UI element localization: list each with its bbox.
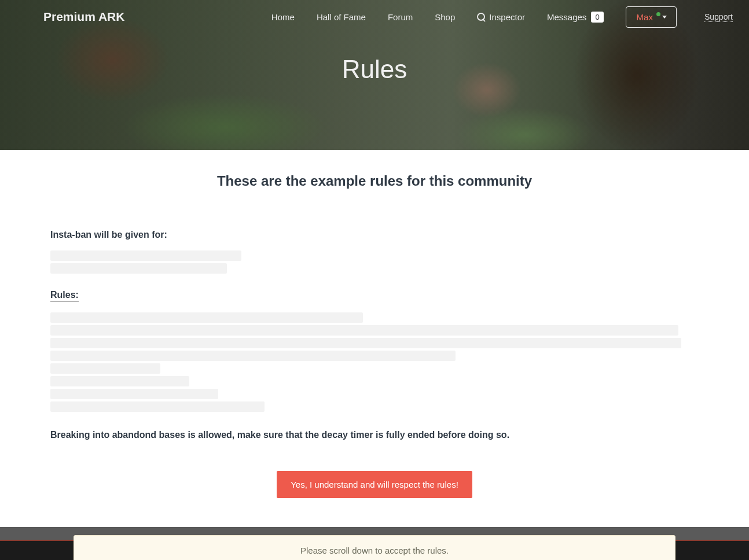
search-icon xyxy=(477,13,486,21)
rules-subtitle: These are the example rules for this com… xyxy=(50,173,699,189)
messages-count-badge: 0 xyxy=(591,12,603,23)
nav-inspector-label: Inspector xyxy=(489,12,525,22)
nav-support[interactable]: Support xyxy=(704,12,733,22)
nav-messages[interactable]: Messages 0 xyxy=(547,12,604,23)
rules-heading: Rules: xyxy=(50,290,79,302)
accept-rules-button[interactable]: Yes, I understand and will respect the r… xyxy=(277,471,472,498)
nav-hall-of-fame[interactable]: Hall of Fame xyxy=(317,12,366,22)
page-title: Rules xyxy=(0,55,749,84)
hero-banner: Premium ARK Home Hall of Fame Forum Shop… xyxy=(0,0,749,150)
nav-links-group: Home Hall of Fame Forum Shop Inspector M… xyxy=(271,6,737,28)
brand-logo[interactable]: Premium ARK xyxy=(43,10,124,24)
top-nav: Premium ARK Home Hall of Fame Forum Shop… xyxy=(0,0,749,34)
scroll-toast: Please scroll down to accept the rules. xyxy=(74,535,675,560)
nav-shop[interactable]: Shop xyxy=(435,12,455,22)
instaban-heading: Insta-ban will be given for: xyxy=(50,230,699,240)
nav-forum[interactable]: Forum xyxy=(388,12,413,22)
user-menu-button[interactable]: Max xyxy=(626,6,677,28)
status-online-dot xyxy=(656,12,660,16)
nav-home[interactable]: Home xyxy=(271,12,295,22)
abandoned-bases-rule: Breaking into abandond bases is allowed,… xyxy=(50,428,699,442)
chevron-down-icon xyxy=(662,16,667,19)
user-name: Max xyxy=(637,12,653,22)
rules-list-redacted xyxy=(50,312,699,412)
instaban-list-redacted xyxy=(50,250,699,274)
main-content: These are the example rules for this com… xyxy=(50,150,699,527)
nav-inspector[interactable]: Inspector xyxy=(477,12,525,22)
nav-messages-label: Messages xyxy=(547,12,586,22)
